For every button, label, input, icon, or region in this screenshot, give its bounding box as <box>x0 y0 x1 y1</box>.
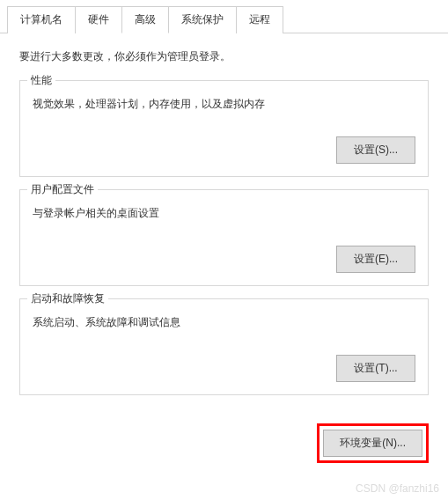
startup-desc: 系统启动、系统故障和调试信息 <box>33 315 415 330</box>
advanced-panel: 要进行大多数更改，你必须作为管理员登录。 性能 视觉效果，处理器计划，内存使用，… <box>0 33 448 416</box>
tab-remote[interactable]: 远程 <box>236 6 283 33</box>
performance-group: 性能 视觉效果，处理器计划，内存使用，以及虚拟内存 设置(S)... <box>19 80 429 177</box>
performance-title: 性能 <box>27 73 55 88</box>
env-button-row: 环境变量(N)... <box>0 423 448 463</box>
performance-settings-button[interactable]: 设置(S)... <box>336 136 415 164</box>
tab-system-protection[interactable]: 系统保护 <box>168 6 237 33</box>
performance-desc: 视觉效果，处理器计划，内存使用，以及虚拟内存 <box>33 97 415 112</box>
watermark: CSDN @fanzhi16 <box>356 482 439 495</box>
tab-advanced[interactable]: 高级 <box>121 6 169 33</box>
user-profile-title: 用户配置文件 <box>27 182 98 197</box>
tab-computer-name[interactable]: 计算机名 <box>7 6 76 33</box>
environment-variables-button[interactable]: 环境变量(N)... <box>323 430 422 457</box>
user-profile-desc: 与登录帐户相关的桌面设置 <box>33 206 415 221</box>
user-profile-group: 用户配置文件 与登录帐户相关的桌面设置 设置(E)... <box>19 189 429 286</box>
tab-bar: 计算机名 硬件 高级 系统保护 远程 <box>0 0 448 33</box>
startup-title: 启动和故障恢复 <box>27 291 108 306</box>
startup-settings-button[interactable]: 设置(T)... <box>336 355 415 382</box>
highlight-annotation: 环境变量(N)... <box>317 423 429 463</box>
tab-hardware[interactable]: 硬件 <box>75 6 122 33</box>
user-profile-settings-button[interactable]: 设置(E)... <box>336 246 415 273</box>
admin-notice: 要进行大多数更改，你必须作为管理员登录。 <box>19 49 429 64</box>
startup-group: 启动和故障恢复 系统启动、系统故障和调试信息 设置(T)... <box>19 298 429 395</box>
